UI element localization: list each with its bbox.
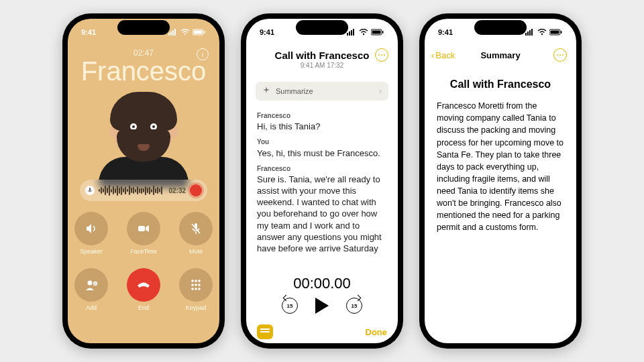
speaker-label: Francesco xyxy=(257,111,387,120)
play-button[interactable] xyxy=(315,298,329,314)
svg-rect-27 xyxy=(349,32,350,36)
summary-text: Francesco Moretti from the moving compan… xyxy=(437,100,564,233)
svg-point-38 xyxy=(541,34,543,35)
playback-time: 00:00.00 xyxy=(293,275,351,292)
bottom-toolbar: Done xyxy=(246,320,398,343)
svg-rect-6 xyxy=(194,31,203,34)
svg-point-19 xyxy=(198,280,201,282)
mute-button[interactable]: Mute xyxy=(176,212,215,260)
status-time: 9:41 xyxy=(260,28,274,36)
svg-rect-8 xyxy=(89,188,91,191)
svg-point-17 xyxy=(191,280,194,282)
svg-rect-41 xyxy=(561,31,562,34)
end-call-icon xyxy=(135,276,152,294)
battery-icon xyxy=(549,29,563,36)
svg-rect-40 xyxy=(551,31,559,34)
svg-rect-7 xyxy=(204,31,205,34)
svg-rect-28 xyxy=(351,30,352,36)
speaker-label: Francesco xyxy=(257,164,387,173)
page-subtitle: 9:41 AM 17:32 xyxy=(301,62,344,69)
skip-back-button[interactable]: 15 xyxy=(282,298,298,314)
phone-transcript: 9:41 Call with Francesco 9:41 AM 17:32 ⋯… xyxy=(241,13,403,349)
video-icon xyxy=(136,221,151,236)
caller-name: Francesco xyxy=(81,56,207,86)
recording-time: 02:32 xyxy=(168,187,186,194)
facetime-button[interactable]: FaceTime xyxy=(124,212,163,260)
done-button[interactable]: Done xyxy=(366,327,388,337)
summarize-button[interactable]: Summarize › xyxy=(256,82,388,101)
caller-avatar xyxy=(95,86,193,184)
wifi-icon xyxy=(359,29,368,36)
wifi-icon xyxy=(537,29,547,36)
skip-forward-button[interactable]: 15 xyxy=(346,298,362,314)
more-icon[interactable]: ⋯ xyxy=(553,48,567,62)
svg-point-20 xyxy=(191,284,194,286)
svg-rect-29 xyxy=(353,29,354,36)
svg-rect-35 xyxy=(527,32,529,36)
waveform-icon xyxy=(99,184,164,196)
svg-point-23 xyxy=(191,288,194,290)
page-title: Summary xyxy=(480,50,520,60)
transcript-screen: 9:41 Call with Francesco 9:41 AM 17:32 ⋯… xyxy=(246,19,398,343)
record-icon[interactable] xyxy=(190,184,202,196)
cellular-icon xyxy=(168,29,178,36)
svg-point-22 xyxy=(198,284,201,286)
svg-rect-37 xyxy=(531,29,533,36)
svg-point-13 xyxy=(88,281,93,286)
wifi-icon xyxy=(180,29,190,36)
svg-rect-3 xyxy=(174,29,176,36)
recording-pill[interactable]: 02:32 xyxy=(80,180,207,201)
info-icon[interactable]: i xyxy=(197,48,209,60)
battery-icon xyxy=(193,29,206,36)
svg-rect-36 xyxy=(529,30,531,36)
call-duration: 02:47 xyxy=(133,48,154,58)
svg-point-24 xyxy=(195,288,197,290)
svg-rect-1 xyxy=(170,32,172,36)
call-screen: 9:41 i 02:47 Francesco xyxy=(68,19,219,343)
page-title: Call with Francesco xyxy=(275,50,370,61)
keypad-icon xyxy=(189,278,203,292)
audio-player: 00:00.00 15 15 xyxy=(246,272,398,320)
chevron-left-icon: ‹ xyxy=(431,50,434,60)
dynamic-island xyxy=(117,20,170,35)
speaker-button[interactable]: Speaker xyxy=(72,212,111,260)
more-icon[interactable]: ⋯ xyxy=(375,48,388,62)
nav-bar: ‹ Back Summary ⋯ xyxy=(425,46,576,64)
end-call-button[interactable]: End xyxy=(124,268,163,316)
speaker-icon xyxy=(84,221,99,236)
summarize-label: Summarize xyxy=(276,87,313,95)
status-time: 9:41 xyxy=(438,28,453,36)
summary-screen: 9:41 ‹ Back Summary ⋯ Call with Francesc… xyxy=(425,19,576,343)
back-button[interactable]: ‹ Back xyxy=(431,50,455,60)
cellular-icon xyxy=(525,29,535,36)
cellular-icon xyxy=(347,29,356,36)
mute-icon xyxy=(189,221,203,236)
mic-icon xyxy=(85,186,95,195)
battery-icon xyxy=(371,29,384,36)
phone-summary: 9:41 ‹ Back Summary ⋯ Call with Francesc… xyxy=(419,13,582,349)
keypad-button[interactable]: Keypad xyxy=(176,268,215,316)
svg-point-21 xyxy=(195,284,197,286)
summary-body: Call with Francesco Francesco Moretti fr… xyxy=(425,64,576,234)
add-icon xyxy=(84,278,99,292)
transcript[interactable]: Francesco Hi, is this Tania? You Yes, hi… xyxy=(246,106,398,254)
sparkle-icon xyxy=(262,86,270,96)
utterance: Sure is. Tania, we're all ready to assis… xyxy=(257,174,387,254)
utterance: Yes, hi, this must be Francesco. xyxy=(257,147,387,159)
svg-rect-26 xyxy=(347,33,348,36)
add-button[interactable]: Add xyxy=(72,268,111,316)
svg-point-4 xyxy=(184,34,186,35)
chevron-right-icon: › xyxy=(379,86,382,96)
dynamic-island xyxy=(296,20,348,35)
call-button-grid: Speaker FaceTime Mute Add End xyxy=(72,212,215,316)
svg-point-25 xyxy=(198,288,201,290)
status-time: 9:41 xyxy=(81,28,96,36)
svg-point-30 xyxy=(363,34,364,35)
speaker-label: You xyxy=(257,137,387,146)
nav-bar: Call with Francesco 9:41 AM 17:32 ⋯ xyxy=(246,46,398,64)
transcript-toggle-icon[interactable] xyxy=(257,324,273,339)
summary-heading: Call with Francesco xyxy=(437,76,564,92)
svg-point-18 xyxy=(195,280,197,282)
svg-rect-33 xyxy=(382,31,384,34)
svg-rect-2 xyxy=(172,30,174,36)
